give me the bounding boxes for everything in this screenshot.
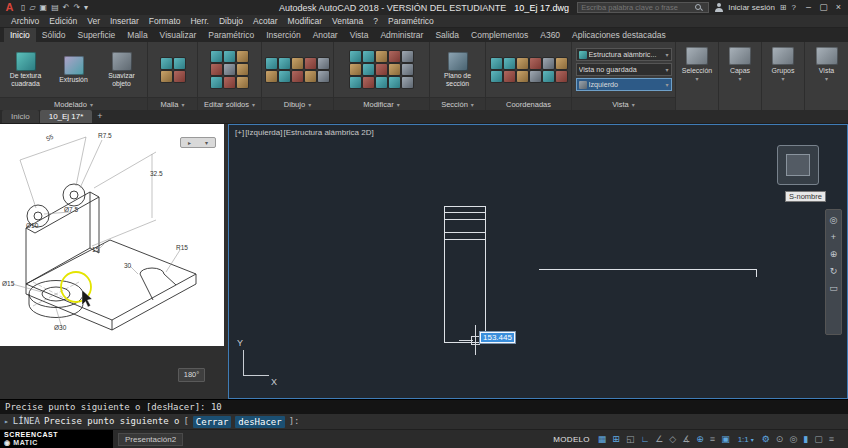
command-input[interactable]: ▸ LÍNEA Precise punto siguiente o [ Cerr… <box>0 414 848 429</box>
circle-icon[interactable] <box>292 58 303 69</box>
annotation-scale-button[interactable]: 1:1▾ <box>738 435 754 444</box>
chamfer-icon[interactable] <box>389 77 400 88</box>
search-input[interactable] <box>581 3 691 12</box>
tab-insercion[interactable]: Inserción <box>260 28 307 42</box>
menu-parametrico[interactable]: Paramétrico <box>383 15 439 28</box>
model-viewport[interactable]: [+] [Izquierda] [Estructura alámbrica 2D… <box>228 124 848 399</box>
mirror-icon[interactable] <box>402 51 413 62</box>
new-drawing-tab-button[interactable]: + <box>93 110 106 123</box>
lineweight-icon[interactable]: ≡ <box>710 435 715 444</box>
tab-complementos[interactable]: Complementos <box>465 28 534 42</box>
stretch-icon[interactable] <box>363 64 374 75</box>
redo-icon[interactable]: ↷ <box>73 0 80 15</box>
exchange-apps-icon[interactable]: ⊞ <box>780 3 787 12</box>
visual-style-combo[interactable]: Estructura alámbric... ▾ <box>576 48 672 61</box>
minimize-button[interactable]: – <box>801 0 816 15</box>
panel-footer-malla[interactable]: Malla▾ <box>148 97 197 110</box>
viewport-menu-control[interactable]: [+] <box>235 128 244 137</box>
snap-icon[interactable]: ⊞ <box>612 435 620 444</box>
panel-footer-modificar[interactable]: Modificar▾ <box>334 97 429 110</box>
save-icon[interactable]: ▣ <box>40 0 48 15</box>
customization-menu-icon[interactable]: ≡ <box>829 435 834 444</box>
intersect-icon[interactable] <box>211 64 222 75</box>
extrude-faces-icon[interactable] <box>211 51 222 62</box>
menu-edicion[interactable]: Edición <box>44 15 82 28</box>
show-motion-icon[interactable]: ▭ <box>829 284 838 293</box>
tab-solido[interactable]: Sólido <box>36 28 72 42</box>
isodraft-icon[interactable]: ◇ <box>669 435 676 444</box>
object-snap-icon[interactable]: ⊕ <box>696 435 704 444</box>
dynamic-input-field[interactable]: 153.445 <box>479 331 516 344</box>
menu-ventana[interactable]: Ventana <box>327 15 368 28</box>
array-icon[interactable] <box>389 64 400 75</box>
viewport-view-control[interactable]: [Izquierda] <box>245 128 282 137</box>
zoom-icon[interactable]: ⊕ <box>830 250 838 259</box>
ucs-origin-icon[interactable] <box>530 58 541 69</box>
trim-icon[interactable] <box>376 51 387 62</box>
search-icon[interactable] <box>694 3 703 12</box>
break-icon[interactable] <box>402 77 413 88</box>
layout-tab-presentacion2[interactable]: Presentación2 <box>118 433 183 446</box>
named-view-combo[interactable]: Vista no guardada ▾ <box>576 63 672 76</box>
tab-administrar[interactable]: Administrar <box>374 28 429 42</box>
panel-options-icon[interactable]: ▸ <box>188 139 191 146</box>
ucs-object-icon[interactable] <box>491 71 502 82</box>
viewcube-face[interactable] <box>786 154 810 176</box>
clean-screen-icon[interactable]: ▢ <box>814 435 823 444</box>
menu-acotar[interactable]: Acotar <box>248 15 283 28</box>
polyline-icon[interactable] <box>279 58 290 69</box>
rectangle-icon[interactable] <box>318 58 329 69</box>
named-ucs-icon[interactable] <box>556 71 567 82</box>
panel-collapse-icon[interactable]: ▾ <box>205 139 208 146</box>
isolate-objects-icon[interactable]: ◎ <box>789 435 797 444</box>
ucs-view-icon[interactable] <box>517 71 528 82</box>
gradient-icon[interactable] <box>292 71 303 82</box>
sign-in-button[interactable]: Iniciar sesión <box>728 3 775 12</box>
panel-footer-editar[interactable]: Editar sólidos▾ <box>198 97 261 110</box>
ucs-previous-icon[interactable] <box>517 58 528 69</box>
smooth-object-button[interactable]: Suavizar objeto <box>99 52 145 87</box>
tab-anotar[interactable]: Anotar <box>307 28 344 42</box>
panel-grupos[interactable]: Grupos ▾ <box>762 42 805 110</box>
tab-salida[interactable]: Salida <box>429 28 465 42</box>
copy-icon[interactable] <box>389 51 400 62</box>
shell-icon[interactable] <box>211 77 222 88</box>
workspace-gear-icon[interactable]: ⚙ <box>762 435 770 444</box>
tab-parametrico[interactable]: Paramétrico <box>202 28 260 42</box>
menu-herr[interactable]: Herr. <box>185 15 213 28</box>
menu-archivo[interactable]: Archivo <box>6 15 44 28</box>
polar-tracking-icon[interactable]: ∠ <box>655 435 663 444</box>
menu-modificar[interactable]: Modificar <box>283 15 327 28</box>
tab-inicio[interactable]: Inicio <box>4 28 36 42</box>
rotate-icon[interactable] <box>363 51 374 62</box>
panel-capas[interactable]: Capas ▾ <box>719 42 762 110</box>
rotate-180-button[interactable]: 180° <box>178 368 205 382</box>
graphics-performance-icon[interactable]: ▮ <box>803 435 808 444</box>
panel-footer-coordenadas[interactable]: Coordenadas <box>486 97 571 110</box>
panel-footer-seccion[interactable]: Sección▾ <box>430 97 485 110</box>
ortho-icon[interactable]: ∟ <box>640 435 649 444</box>
smooth-less-icon[interactable] <box>161 71 172 82</box>
tab-a360[interactable]: A360 <box>534 28 566 42</box>
union-icon[interactable] <box>224 51 235 62</box>
spline-icon[interactable] <box>305 71 316 82</box>
open-file-icon[interactable]: ▱ <box>29 0 35 15</box>
separate-icon[interactable] <box>224 77 235 88</box>
arc-icon[interactable] <box>305 58 316 69</box>
infer-constraints-icon[interactable]: ◱ <box>626 435 635 444</box>
autocad-logo-icon[interactable]: A <box>2 0 17 15</box>
ucs-face-icon[interactable] <box>504 71 515 82</box>
panel-footer-dibujo[interactable]: Dibujo▾ <box>262 97 333 110</box>
tab-malla[interactable]: Malla <box>121 28 153 42</box>
ellipse-icon[interactable] <box>266 71 277 82</box>
scale-icon[interactable] <box>376 64 387 75</box>
restore-button[interactable]: ▢ <box>816 0 831 15</box>
ucs-z-axis-icon[interactable] <box>543 58 554 69</box>
ucs-3point-icon[interactable] <box>556 58 567 69</box>
ucs-y-icon[interactable] <box>543 71 554 82</box>
model-space-button[interactable]: MODELO <box>553 435 589 444</box>
pan-icon[interactable]: + <box>831 233 836 242</box>
navigation-wheel-icon[interactable]: ◎ <box>830 216 838 225</box>
menu-dibujo[interactable]: Dibujo <box>214 15 248 28</box>
ucs-x-icon[interactable] <box>530 71 541 82</box>
